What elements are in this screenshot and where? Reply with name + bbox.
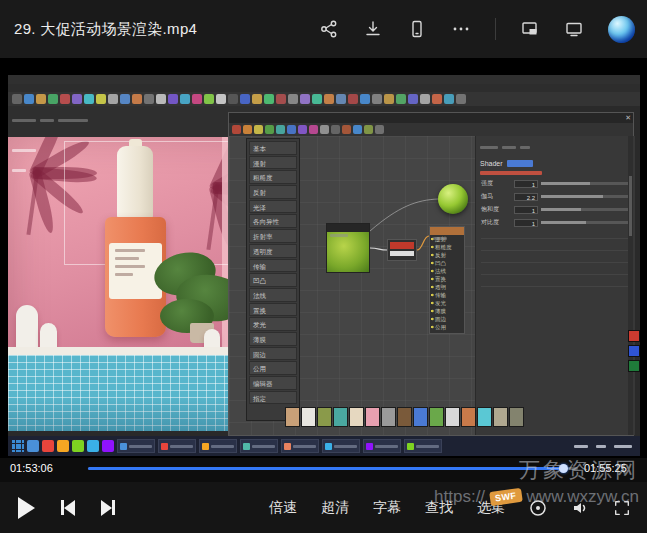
icon-chip [628, 360, 640, 372]
ring-icon[interactable] [529, 499, 547, 517]
search-button[interactable]: 查找 [425, 499, 453, 517]
taskbar-window-button [240, 439, 278, 453]
secondary-controls: 倍速 超清 字幕 查找 选集 [269, 499, 647, 517]
icon-chip [96, 94, 106, 104]
icon-chip [48, 94, 58, 104]
icon-chip [348, 94, 358, 104]
icon-chip [353, 125, 362, 134]
color-swatches [628, 330, 640, 372]
material-preview-sphere [438, 184, 468, 214]
material-channel: 各向异性 [249, 214, 297, 228]
icon-chip [364, 125, 373, 134]
icon-chip [298, 125, 307, 134]
progress-track[interactable] [88, 467, 578, 470]
icon-chip [381, 407, 396, 427]
volume-icon[interactable] [571, 499, 589, 517]
icon-chip [420, 94, 430, 104]
play-icon[interactable] [18, 497, 35, 519]
icon-chip [108, 94, 118, 104]
progress-fill [88, 467, 563, 470]
quality-button[interactable]: 超清 [321, 499, 349, 517]
attributes-panel: Shader 强度 1 伽马 2.2 饱和度 [475, 136, 635, 435]
icon-chip [102, 440, 114, 452]
color-correction-node [387, 239, 417, 261]
shader-section-header: Shader [476, 158, 635, 169]
node-editor-titlebar: ✕ [229, 113, 633, 123]
material-channel: 法线 [249, 288, 297, 302]
icon-chip [254, 125, 263, 134]
taskbar-window-button [322, 439, 360, 453]
icon-chip [72, 94, 82, 104]
icon-chip [397, 407, 412, 427]
icon-chip [168, 94, 178, 104]
icon-chip [312, 94, 322, 104]
icon-chip [232, 125, 241, 134]
icon-chip [216, 94, 226, 104]
material-channel: 基本 [249, 141, 297, 155]
icon-chip [132, 94, 142, 104]
icon-chip [628, 330, 640, 342]
avatar[interactable] [608, 16, 635, 43]
material-channel: 凹凸 [249, 273, 297, 287]
progress-knob[interactable] [559, 464, 568, 473]
material-thumbnails [285, 407, 524, 427]
icon-chip [445, 407, 460, 427]
material-channel: 折射率 [249, 229, 297, 243]
video-player-window: 29. 大促活动场景渲染.mp4 [0, 0, 647, 533]
icon-chip [276, 94, 286, 104]
titlebar-divider [495, 18, 496, 40]
bottle-label [109, 243, 162, 299]
icon-chip [372, 94, 382, 104]
speed-button[interactable]: 倍速 [269, 499, 297, 517]
next-icon[interactable] [101, 500, 115, 516]
material-port: 传输 [430, 291, 464, 299]
current-time: 01:53:06 [10, 462, 53, 474]
previous-icon[interactable] [61, 500, 75, 516]
icon-chip [204, 94, 214, 104]
icon-chip [243, 125, 252, 134]
material-channel: 公用 [249, 361, 297, 375]
node-editor-toolbar [229, 123, 633, 136]
icon-chip [342, 125, 351, 134]
subtitles-button[interactable]: 字幕 [373, 499, 401, 517]
file-path-row [480, 171, 542, 175]
video-surface[interactable]: 基本漫射粗糙度反射光泽各向异性折射率透明度传输凹凸法线置换发光薄膜圆边公用编辑器… [0, 58, 647, 458]
share-icon[interactable] [319, 19, 339, 39]
icon-chip [72, 440, 84, 452]
mini-player-icon[interactable] [564, 19, 584, 39]
icon-chip [384, 94, 394, 104]
episodes-button[interactable]: 选集 [477, 499, 505, 517]
cast-to-device-icon[interactable] [407, 19, 427, 39]
icon-chip [144, 94, 154, 104]
panel-tabs [476, 136, 635, 158]
icon-chip [324, 94, 334, 104]
material-channel: 发光 [249, 317, 297, 331]
taskbar-window-button [117, 439, 155, 453]
icon-chip [336, 94, 346, 104]
material-port: 发光 [430, 299, 464, 307]
param-row: 饱和度 1 [481, 205, 630, 214]
titlebar-actions [319, 0, 635, 58]
value-chip [507, 160, 533, 167]
icon-chip [432, 94, 442, 104]
material-channel: 粗糙度 [249, 170, 297, 184]
download-icon[interactable] [363, 19, 383, 39]
picture-in-picture-icon[interactable] [520, 19, 540, 39]
fullscreen-icon[interactable] [613, 499, 631, 517]
material-channel: 置换 [249, 303, 297, 317]
icon-chip [252, 94, 262, 104]
icon-chip [240, 94, 250, 104]
c4d-menubar [8, 84, 640, 92]
icon-chip [287, 125, 296, 134]
more-icon[interactable] [451, 19, 471, 39]
icon-chip [288, 94, 298, 104]
taskbar-icons [27, 440, 114, 452]
icon-chip [365, 407, 380, 427]
start-button-icon [12, 440, 24, 452]
taskbar-window-button [404, 439, 442, 453]
icon-chip [60, 94, 70, 104]
total-time: 01:55:25 [584, 462, 627, 474]
icon-chip [87, 440, 99, 452]
icon-chip [192, 94, 202, 104]
icon-chip [301, 407, 316, 427]
